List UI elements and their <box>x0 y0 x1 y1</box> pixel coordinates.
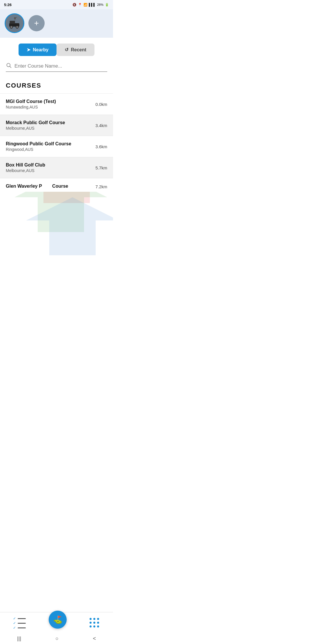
course-info: Morack Public Golf Course Melbourne,AUS <box>6 120 65 131</box>
status-time: 5:26 <box>4 3 12 7</box>
battery-icon: 🔋 <box>105 3 109 7</box>
course-distance: 5.7km <box>95 165 107 170</box>
course-name: Morack Public Golf Course <box>6 120 65 125</box>
course-distance: 3.4km <box>95 123 107 128</box>
course-info: Glen Waverley P Course <box>6 184 68 189</box>
nearby-tab[interactable]: ➤ Nearby <box>19 44 57 56</box>
golf-cart-icon <box>7 16 22 30</box>
recent-icon: ↺ <box>65 47 68 53</box>
course-info: Ringwood Public Golf Course Ringwood,AUS <box>6 141 71 152</box>
course-location: Melbourne,AUS <box>6 168 45 173</box>
signal-icon: ▌▌▌ <box>89 3 96 6</box>
course-item[interactable]: Box Hill Golf Club Melbourne,AUS 5.7km <box>0 157 113 178</box>
courses-section: COURSES <box>0 77 113 89</box>
course-location: Melbourne,AUS <box>6 126 65 131</box>
recent-tab-label: Recent <box>71 47 86 53</box>
courses-list: MGI Golf Course (Test) Nunawading,AUS 0.… <box>0 93 113 192</box>
status-icons: 🔇 📍 📶 ▌▌▌ 28% 🔋 <box>72 3 109 7</box>
location-icon: 📍 <box>78 3 82 7</box>
course-name: Ringwood Public Golf Course <box>6 141 71 146</box>
tab-switcher: ➤ Nearby ↺ Recent <box>0 38 113 61</box>
course-item[interactable]: Morack Public Golf Course Melbourne,AUS … <box>0 115 113 136</box>
plus-icon: + <box>34 19 39 27</box>
course-info: MGI Golf Course (Test) Nunawading,AUS <box>6 99 56 109</box>
status-bar: 5:26 🔇 📍 📶 ▌▌▌ 28% 🔋 <box>0 0 113 9</box>
svg-point-5 <box>17 26 18 28</box>
course-location: Ringwood,AUS <box>6 147 71 152</box>
search-input[interactable] <box>14 63 107 69</box>
course-item[interactable]: MGI Golf Course (Test) Nunawading,AUS 0.… <box>0 93 113 115</box>
svg-marker-13 <box>26 197 113 255</box>
course-distance: 7.2km <box>95 184 107 189</box>
recent-tab[interactable]: ↺ Recent <box>57 44 94 56</box>
add-story-button[interactable]: + <box>28 15 45 31</box>
search-icon <box>6 62 12 70</box>
course-location: Nunawading,AUS <box>6 105 56 109</box>
svg-line-10 <box>10 66 11 68</box>
course-name: MGI Golf Course (Test) <box>6 99 56 104</box>
wifi-icon: 📶 <box>83 3 88 7</box>
search-row <box>6 62 107 72</box>
nearby-tab-label: Nearby <box>33 47 48 53</box>
courses-title: COURSES <box>6 82 107 89</box>
mute-icon: 🔇 <box>72 3 77 7</box>
avatar[interactable] <box>5 13 24 33</box>
battery-text: 28% <box>97 3 103 6</box>
nearby-icon: ➤ <box>27 47 30 53</box>
course-name: Box Hill Golf Club <box>6 162 45 168</box>
header-area: + <box>0 9 113 38</box>
course-name: Glen Waverley P Course <box>6 184 68 189</box>
svg-rect-1 <box>10 21 15 24</box>
search-area <box>0 61 113 77</box>
course-item[interactable]: Ringwood Public Golf Course Ringwood,AUS… <box>0 136 113 157</box>
svg-point-3 <box>11 26 12 28</box>
course-item-partial[interactable]: Glen Waverley P Course 7.2km <box>0 178 113 192</box>
course-info: Box Hill Golf Club Melbourne,AUS <box>6 162 45 173</box>
course-distance: 3.6km <box>95 144 107 149</box>
course-distance: 0.0km <box>95 102 107 107</box>
